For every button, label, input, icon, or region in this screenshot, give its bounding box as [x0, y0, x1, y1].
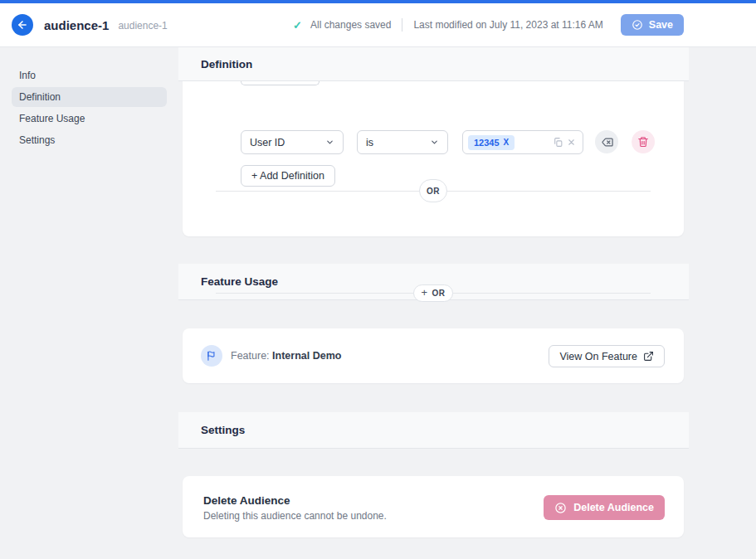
main-content: Definition OR User ID is	[178, 47, 689, 559]
sidebar-item-feature-usage[interactable]: Feature Usage	[12, 109, 167, 129]
external-link-icon	[643, 351, 654, 362]
definition-section-title: Definition	[201, 58, 252, 70]
save-button-label: Save	[649, 19, 673, 31]
delete-audience-card: Delete Audience Deleting this audience c…	[183, 476, 684, 537]
trash-icon	[637, 136, 649, 148]
delete-audience-button-label: Delete Audience	[573, 502, 654, 513]
sidebar-item-settings[interactable]: Settings	[12, 130, 167, 150]
value-tag-input[interactable]: 12345 X	[462, 130, 583, 154]
sidebar-item-label: Definition	[19, 91, 61, 103]
add-definition-button[interactable]: + Add Definition	[241, 165, 335, 187]
field-select[interactable]: User ID	[241, 130, 344, 154]
flag-icon-circle	[201, 345, 222, 367]
value-tag-text: 12345	[474, 138, 500, 148]
last-modified-text: Last modified on July 11, 2023 at 11:16 …	[413, 19, 602, 31]
circle-check-icon	[632, 19, 643, 31]
operator-select[interactable]: is	[357, 130, 448, 154]
save-button[interactable]: Save	[621, 14, 684, 36]
definition-card: OR User ID is 1234	[183, 81, 684, 236]
arrow-left-icon	[17, 19, 28, 31]
tag-remove-icon[interactable]: X	[504, 138, 510, 147]
view-on-feature-label: View On Feature	[559, 351, 637, 362]
sidebar-item-label: Info	[19, 70, 36, 81]
header-right: ✓ All changes saved Last modified on Jul…	[293, 3, 684, 46]
sidebar-item-info[interactable]: Info	[12, 66, 167, 85]
definition-rule-row: User ID is 12345 X	[183, 130, 684, 154]
feature-name: Internal Demo	[272, 350, 341, 362]
or-badge-label: OR	[427, 187, 440, 196]
page-title: audience-1	[44, 18, 109, 32]
backspace-icon	[601, 136, 613, 148]
add-or-divider: + OR	[216, 281, 651, 304]
delete-audience-button[interactable]: Delete Audience	[544, 495, 665, 520]
clipped-add-definition-button[interactable]	[241, 81, 319, 85]
or-badge: OR	[419, 179, 447, 202]
delete-rule-button[interactable]	[632, 130, 655, 153]
sidebar-item-definition[interactable]: Definition	[12, 87, 167, 107]
chevron-down-icon	[325, 138, 334, 147]
definition-section-header: Definition	[178, 47, 689, 81]
flag-icon	[206, 350, 217, 362]
clear-input-icon[interactable]	[567, 138, 576, 147]
add-or-button[interactable]: + OR	[413, 284, 452, 302]
divider	[402, 18, 402, 32]
app-header: audience-1 audience-1 ✓ All changes save…	[0, 3, 756, 47]
sidebar-item-label: Settings	[19, 134, 55, 146]
settings-section-title: Settings	[201, 424, 245, 436]
page-subtitle: audience-1	[118, 20, 167, 32]
circle-x-icon	[554, 502, 567, 514]
operator-select-value: is	[366, 137, 373, 148]
delete-audience-title: Delete Audience	[203, 494, 290, 507]
add-or-label: OR	[432, 289, 446, 298]
feature-label: Feature: Internal Demo	[231, 350, 341, 362]
delete-audience-description: Deleting this audience cannot be undone.	[203, 510, 387, 522]
input-icons	[553, 137, 576, 148]
plus-icon: +	[421, 286, 427, 299]
back-button[interactable]	[12, 14, 33, 36]
feature-prefix: Feature:	[231, 350, 270, 362]
sidebar-item-label: Feature Usage	[19, 113, 85, 124]
feature-usage-card: Feature: Internal Demo View On Feature	[183, 328, 684, 383]
backspace-button[interactable]	[595, 130, 618, 153]
chevron-down-icon	[430, 138, 439, 147]
field-select-value: User ID	[250, 137, 285, 148]
check-icon: ✓	[293, 19, 302, 32]
saved-status: All changes saved	[310, 19, 391, 31]
settings-section-header: Settings	[178, 412, 689, 449]
copy-icon[interactable]	[553, 137, 563, 148]
view-on-feature-button[interactable]: View On Feature	[549, 345, 665, 367]
value-tag: 12345 X	[468, 135, 515, 150]
sidebar: Info Definition Feature Usage Settings	[0, 47, 178, 559]
